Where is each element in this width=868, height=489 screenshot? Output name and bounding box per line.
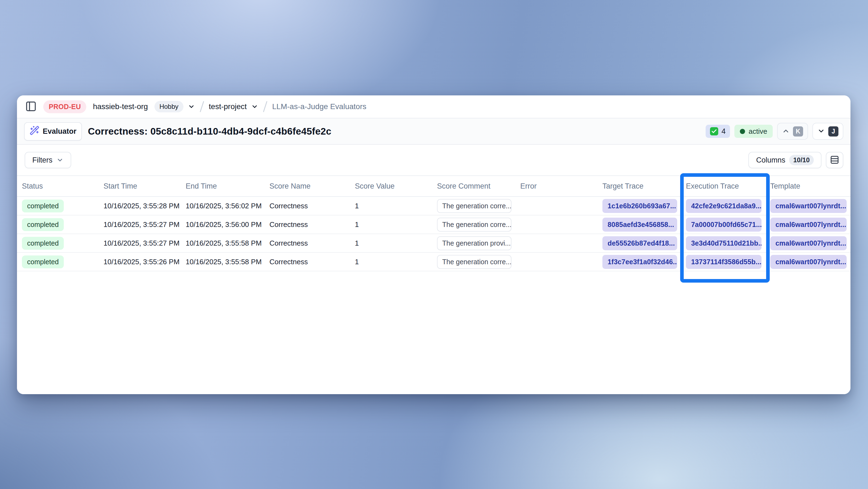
status-dot-icon bbox=[740, 129, 745, 134]
page-title: Correctness: 05c8c11d-b110-4db4-9dcf-c4b… bbox=[88, 126, 331, 137]
evaluator-type-badge: Evaluator bbox=[24, 122, 82, 141]
column-header-error: Error bbox=[515, 182, 597, 191]
breadcrumb: PROD-EU hassieb-test-org Hobby test-proj… bbox=[17, 95, 850, 118]
desktop-background: PROD-EU hassieb-test-org Hobby test-proj… bbox=[0, 0, 868, 489]
project-switcher-chevron-down-icon[interactable] bbox=[251, 103, 258, 110]
score-value: 1 bbox=[355, 258, 359, 266]
start-time: 10/16/2025, 3:55:27 PM bbox=[103, 220, 180, 229]
status-badge: completed bbox=[22, 200, 64, 212]
execution-trace-link[interactable]: 7a00007b00fd65c71... bbox=[686, 218, 762, 232]
column-header-template: Template bbox=[765, 182, 850, 191]
status-label: active bbox=[749, 127, 767, 136]
keyboard-shortcut-k: K bbox=[793, 126, 803, 137]
filters-label: Filters bbox=[32, 156, 53, 165]
chevron-down-icon bbox=[56, 156, 64, 164]
filters-button[interactable]: Filters bbox=[25, 152, 71, 168]
column-header-score-name: Score Name bbox=[265, 182, 350, 191]
end-time: 10/16/2025, 3:55:58 PM bbox=[186, 258, 262, 266]
score-comment-pill[interactable]: The generation provi... bbox=[437, 236, 512, 250]
score-name: Correctness bbox=[270, 258, 308, 266]
execution-trace-link[interactable]: 42cfe2e9c621da8a9... bbox=[686, 199, 762, 213]
rows-icon bbox=[830, 155, 839, 165]
environment-badge: PROD-EU bbox=[43, 100, 86, 113]
table-row[interactable]: completed 10/16/2025, 3:55:27 PM 10/16/2… bbox=[17, 234, 850, 253]
column-header-target-trace: Target Trace bbox=[597, 182, 681, 191]
score-name: Correctness bbox=[270, 202, 308, 210]
template-link[interactable]: cmal6wart007lynrdt... bbox=[770, 218, 847, 232]
chevron-up-icon bbox=[782, 127, 790, 136]
table-row[interactable]: completed 10/16/2025, 3:55:26 PM 10/16/2… bbox=[17, 253, 850, 271]
column-header-end-time: End Time bbox=[181, 182, 265, 191]
end-time: 10/16/2025, 3:56:02 PM bbox=[186, 202, 262, 210]
row-height-button[interactable] bbox=[826, 152, 843, 168]
end-time: 10/16/2025, 3:56:00 PM bbox=[186, 220, 262, 229]
end-time: 10/16/2025, 3:55:58 PM bbox=[186, 239, 262, 248]
score-value: 1 bbox=[355, 239, 359, 248]
breadcrumb-separator bbox=[263, 101, 268, 112]
previous-item-button[interactable]: K bbox=[777, 123, 808, 140]
start-time: 10/16/2025, 3:55:26 PM bbox=[103, 258, 180, 266]
start-time: 10/16/2025, 3:55:28 PM bbox=[103, 202, 180, 210]
columns-count-badge: 10/10 bbox=[789, 155, 814, 165]
status-badge: completed bbox=[22, 256, 64, 268]
evaluator-type-label: Evaluator bbox=[43, 127, 76, 136]
breadcrumb-org[interactable]: hassieb-test-org bbox=[93, 102, 148, 111]
score-comment-pill[interactable]: The generation corre... bbox=[437, 255, 512, 269]
check-icon bbox=[710, 127, 718, 136]
column-header-score-comment: Score Comment bbox=[432, 182, 515, 191]
score-name: Correctness bbox=[270, 239, 308, 248]
columns-button[interactable]: Columns 10/10 bbox=[748, 152, 822, 168]
breadcrumb-page-label: LLM-as-a-Judge Evaluators bbox=[272, 102, 366, 111]
target-trace-link[interactable]: de55526b87ed4f18... bbox=[602, 236, 677, 250]
status-badge[interactable]: active bbox=[734, 125, 773, 138]
template-link[interactable]: cmal6wart007lynrdt... bbox=[770, 199, 847, 213]
column-header-score-value: Score Value bbox=[350, 182, 432, 191]
execution-trace-link[interactable]: 13737114f3586d55b... bbox=[686, 255, 762, 269]
breadcrumb-separator bbox=[199, 101, 204, 112]
start-time: 10/16/2025, 3:55:27 PM bbox=[103, 239, 180, 248]
target-trace-link[interactable]: 8085aefd3e456858... bbox=[602, 218, 677, 232]
target-trace-link[interactable]: 1f3c7ee3f1a0f32d46... bbox=[602, 255, 677, 269]
app-window: PROD-EU hassieb-test-org Hobby test-proj… bbox=[17, 95, 850, 394]
sidebar-toggle-button[interactable] bbox=[25, 100, 37, 113]
evaluator-header: Evaluator Correctness: 05c8c11d-b110-4db… bbox=[17, 118, 850, 145]
column-header-status: Status bbox=[17, 182, 99, 191]
success-count-badge[interactable]: 4 bbox=[706, 125, 730, 138]
next-item-button[interactable]: J bbox=[812, 123, 843, 140]
table-row[interactable]: completed 10/16/2025, 3:55:27 PM 10/16/2… bbox=[17, 215, 850, 234]
plan-badge: Hobby bbox=[154, 101, 183, 112]
score-comment-pill[interactable]: The generation corre... bbox=[437, 218, 512, 232]
table-row[interactable]: completed 10/16/2025, 3:55:28 PM 10/16/2… bbox=[17, 197, 850, 215]
column-header-execution-trace: Execution Trace bbox=[681, 182, 765, 191]
wand-sparkles-icon bbox=[30, 125, 39, 137]
execution-trace-link[interactable]: 3e3d40d75110d21bb... bbox=[686, 236, 762, 250]
score-name: Correctness bbox=[270, 220, 308, 229]
table-toolbar: Filters Columns 10/10 bbox=[17, 145, 850, 175]
template-link[interactable]: cmal6wart007lynrdt... bbox=[770, 255, 847, 269]
evaluation-log-table: Status Start Time End Time Score Name Sc… bbox=[17, 175, 850, 394]
table-header-row: Status Start Time End Time Score Name Sc… bbox=[17, 175, 850, 197]
target-trace-link[interactable]: 1c1e6b260b693a67... bbox=[602, 199, 677, 213]
template-link[interactable]: cmal6wart007lynrdt... bbox=[770, 236, 847, 250]
score-value: 1 bbox=[355, 202, 359, 210]
success-count-value: 4 bbox=[721, 127, 725, 136]
score-comment-pill[interactable]: The generation corre... bbox=[437, 199, 512, 213]
chevron-down-icon bbox=[817, 127, 825, 136]
keyboard-shortcut-j: J bbox=[828, 126, 838, 137]
status-badge: completed bbox=[22, 218, 64, 231]
score-value: 1 bbox=[355, 220, 359, 229]
status-badge: completed bbox=[22, 237, 64, 250]
panel-left-icon bbox=[25, 100, 37, 113]
breadcrumb-project[interactable]: test-project bbox=[209, 102, 247, 111]
columns-label: Columns bbox=[756, 156, 785, 165]
org-switcher-chevron-down-icon[interactable] bbox=[188, 103, 195, 110]
column-header-start-time: Start Time bbox=[99, 182, 181, 191]
